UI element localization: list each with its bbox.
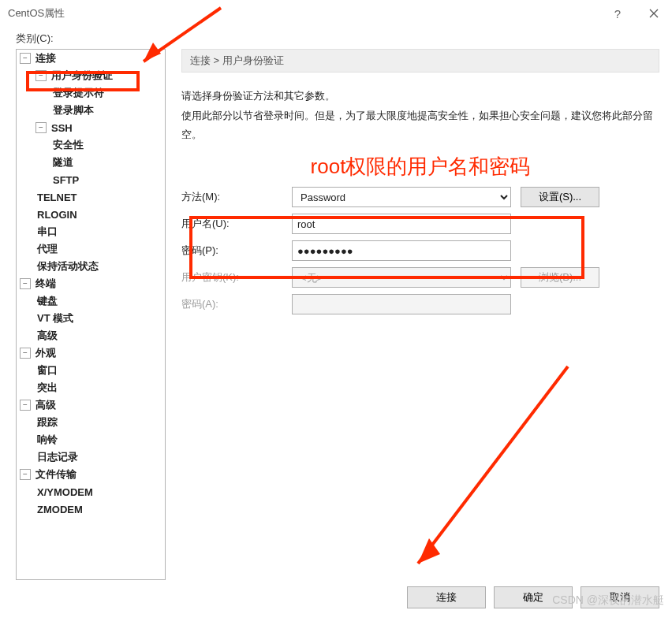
- tree-item-logging[interactable]: 日志记录: [32, 448, 165, 466]
- method-select[interactable]: Password: [292, 187, 511, 207]
- collapse-icon[interactable]: −: [35, 122, 47, 133]
- tree-item-xymodem[interactable]: X/YMODEM: [32, 483, 165, 500]
- category-label: 类别(C):: [16, 32, 672, 46]
- description-line2: 使用此部分以节省登录时间。但是，为了最大限度地提高安全性，如果担心安全问题，建议…: [181, 106, 659, 145]
- tree-item-loginhint[interactable]: 登录提示符: [48, 84, 165, 102]
- tree-item-keyboard[interactable]: 键盘: [32, 292, 165, 310]
- breadcrumb: 连接 > 用户身份验证: [181, 49, 659, 73]
- tree-item-keepalive[interactable]: 保持活动状态: [32, 258, 165, 275]
- title-bar: CentOS属性 ?: [0, 0, 672, 27]
- passphrase-input: [292, 294, 511, 314]
- window-title: CentOS属性: [8, 6, 65, 20]
- category-tree[interactable]: −连接 −用户身份验证 登录提示符 登录脚本 −SSH 安全性 隧道: [16, 49, 166, 580]
- tree-item-connection[interactable]: −连接: [17, 50, 165, 67]
- collapse-icon[interactable]: −: [20, 278, 31, 289]
- username-label: 用户名(U):: [181, 217, 292, 231]
- tree-item-appearance[interactable]: −外观: [17, 344, 165, 362]
- collapse-icon[interactable]: −: [20, 469, 31, 480]
- tree-item-tunnel[interactable]: 隧道: [48, 154, 165, 171]
- browse-button: 浏览(B)...: [521, 267, 599, 288]
- help-button[interactable]: ?: [599, 2, 636, 25]
- tree-item-loginscript[interactable]: 登录脚本: [48, 102, 165, 119]
- tree-item-userauth[interactable]: −用户身份验证: [32, 67, 165, 84]
- collapse-icon[interactable]: −: [20, 53, 31, 64]
- tree-item-advanced[interactable]: −高级: [17, 396, 165, 414]
- password-label: 密码(P):: [181, 244, 292, 258]
- tree-item-window[interactable]: 窗口: [32, 362, 165, 379]
- tree-item-sftp[interactable]: SFTP: [48, 171, 165, 188]
- tree-item-popup[interactable]: 突出: [32, 379, 165, 396]
- close-button[interactable]: [636, 2, 672, 25]
- tree-item-ssh[interactable]: −SSH: [32, 119, 165, 136]
- collapse-icon[interactable]: −: [35, 70, 47, 81]
- annotation-text: root权限的用户名和密码: [181, 153, 659, 180]
- method-label: 方法(M):: [181, 190, 292, 204]
- ok-button[interactable]: 确定: [494, 586, 573, 608]
- username-input[interactable]: [292, 214, 511, 234]
- auth-form: 方法(M): Password 设置(S)... 用户名(U): 密码(P): …: [181, 187, 659, 314]
- tree-item-proxy[interactable]: 代理: [32, 240, 165, 258]
- tree-item-terminal[interactable]: −终端: [17, 275, 165, 292]
- tree-item-vtmode[interactable]: VT 模式: [32, 310, 165, 327]
- tree-item-security[interactable]: 安全性: [48, 136, 165, 154]
- tree-item-telnet[interactable]: TELNET: [32, 188, 165, 206]
- tree-item-bell[interactable]: 响铃: [32, 431, 165, 448]
- password-input[interactable]: [292, 240, 511, 261]
- tree-item-rlogin[interactable]: RLOGIN: [32, 206, 165, 223]
- tree-item-filetransfer[interactable]: −文件传输: [17, 466, 165, 483]
- collapse-icon[interactable]: −: [20, 348, 31, 359]
- collapse-icon[interactable]: −: [20, 400, 31, 411]
- connect-button[interactable]: 连接: [407, 586, 486, 608]
- tree-item-zmodem[interactable]: ZMODEM: [32, 500, 165, 518]
- userkey-label: 用户密钥(K):: [181, 270, 292, 285]
- userkey-select: <无>: [292, 267, 511, 288]
- tree-item-advanced1[interactable]: 高级: [32, 327, 165, 344]
- tree-item-trace[interactable]: 跟踪: [32, 414, 165, 431]
- close-icon: [649, 9, 659, 18]
- description: 请选择身份验证方法和其它参数。 使用此部分以节省登录时间。但是，为了最大限度地提…: [181, 87, 659, 145]
- tree-item-serial[interactable]: 串口: [32, 223, 165, 240]
- passphrase-label: 密码(A):: [181, 297, 292, 311]
- description-line1: 请选择身份验证方法和其它参数。: [181, 87, 659, 106]
- cancel-button[interactable]: 取消: [581, 586, 659, 608]
- settings-button[interactable]: 设置(S)...: [521, 187, 599, 207]
- dialog-buttons: 连接 确定 取消: [407, 586, 659, 608]
